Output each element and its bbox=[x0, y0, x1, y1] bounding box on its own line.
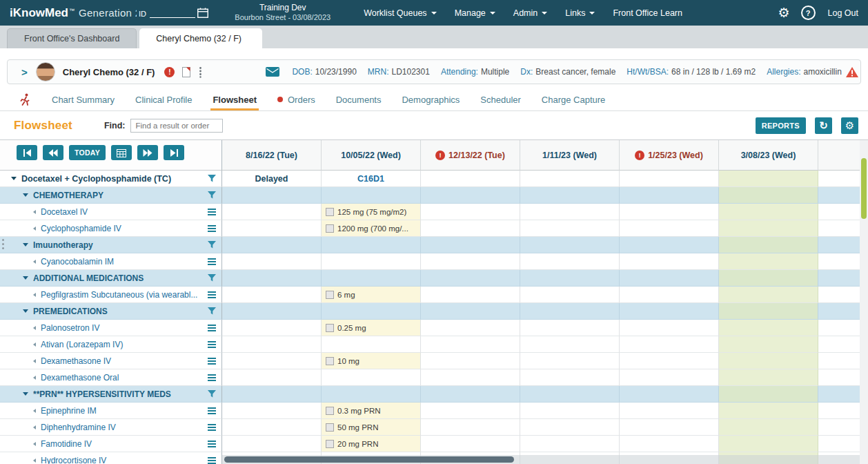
logout-button[interactable]: Log Out bbox=[828, 8, 858, 18]
row-label-cell[interactable]: Dexamethasone IV bbox=[0, 353, 222, 369]
filter-icon[interactable] bbox=[208, 191, 216, 199]
tab-orders[interactable]: Orders bbox=[277, 88, 315, 110]
value-checkbox[interactable] bbox=[326, 440, 334, 448]
flowsheet-settings-button[interactable] bbox=[841, 117, 858, 134]
row-menu-icon[interactable] bbox=[208, 291, 216, 298]
value-checkbox[interactable] bbox=[326, 324, 334, 332]
refresh-button[interactable] bbox=[815, 117, 832, 134]
first-date-button[interactable] bbox=[17, 145, 37, 160]
front-office-learn-link[interactable]: Front Office Learn bbox=[613, 8, 682, 18]
row-menu-icon[interactable] bbox=[208, 358, 216, 365]
menu-worklist-queues[interactable]: Worklist Queues bbox=[364, 8, 436, 18]
collapse-marker-icon[interactable] bbox=[33, 425, 36, 429]
date-column-header[interactable]: 10/05/22 (Wed) bbox=[322, 140, 421, 171]
date-column-header[interactable]: 1/11/23 (Wed) bbox=[520, 140, 620, 171]
row-menu-icon[interactable] bbox=[208, 209, 216, 215]
row-menu-icon[interactable] bbox=[208, 341, 216, 348]
panel-resize-handle[interactable] bbox=[1, 232, 5, 255]
flowsheet-cell[interactable]: 0.25 mg bbox=[322, 320, 421, 336]
row-label-cell[interactable]: Famotidine IV bbox=[0, 436, 222, 452]
flowsheet-cell[interactable]: 10 mg bbox=[322, 353, 421, 369]
collapse-marker-icon[interactable] bbox=[33, 342, 36, 347]
today-button[interactable]: TODAY bbox=[69, 145, 106, 160]
flowsheet-cell[interactable]: Delayed bbox=[222, 171, 322, 187]
tab-chart-summary[interactable]: Chart Summary bbox=[52, 88, 115, 110]
tab-charge-capture[interactable]: Charge Capture bbox=[542, 88, 606, 110]
vertical-scrollbar[interactable] bbox=[860, 140, 868, 464]
tab-documents[interactable]: Documents bbox=[336, 88, 382, 110]
collapse-marker-icon[interactable] bbox=[33, 326, 36, 330]
next-dates-button[interactable] bbox=[137, 145, 158, 160]
row-menu-icon[interactable] bbox=[208, 258, 216, 265]
tab-front-office-dashboard[interactable]: Front Office's Dashboard bbox=[7, 28, 137, 48]
row-menu-icon[interactable] bbox=[208, 374, 216, 381]
collapse-marker-icon[interactable] bbox=[33, 226, 36, 231]
collapse-marker-icon[interactable] bbox=[33, 409, 36, 413]
horizontal-scrollbar[interactable] bbox=[222, 455, 868, 464]
reports-button[interactable]: REPORTS bbox=[756, 117, 806, 134]
tab-scheduler[interactable]: Scheduler bbox=[480, 88, 521, 110]
row-menu-icon[interactable] bbox=[208, 225, 216, 232]
row-label-cell[interactable]: Palonosetron IV bbox=[0, 320, 222, 336]
value-checkbox[interactable] bbox=[326, 423, 334, 432]
tab-clinical-profile[interactable]: Clinical Profile bbox=[135, 88, 192, 110]
help-icon[interactable] bbox=[801, 6, 816, 20]
row-label-cell[interactable]: Cyclophosphamide IV bbox=[0, 220, 222, 237]
tab-demographics[interactable]: Demographics bbox=[402, 88, 460, 110]
row-label-cell[interactable]: Ativan (Lorazepam IV) bbox=[0, 336, 222, 353]
tab-patient-cheryl-chemo[interactable]: Cheryl Chemo (32 / F) bbox=[139, 28, 262, 48]
flowsheet-cell[interactable]: C16D1 bbox=[322, 171, 421, 187]
row-menu-icon[interactable] bbox=[208, 441, 216, 447]
value-checkbox[interactable] bbox=[326, 224, 334, 233]
row-menu-icon[interactable] bbox=[208, 424, 216, 431]
row-label-cell[interactable]: CHEMOTHERAPY bbox=[0, 187, 222, 204]
expand-banner-chevron[interactable] bbox=[21, 66, 28, 78]
horizontal-scrollbar-thumb[interactable] bbox=[224, 456, 514, 463]
expand-arrow-icon[interactable] bbox=[23, 309, 28, 313]
menu-manage[interactable]: Manage bbox=[455, 8, 495, 18]
allergy-warning-icon[interactable] bbox=[846, 67, 858, 77]
flowsheet-cell[interactable]: 0.3 mg PRN bbox=[322, 403, 421, 419]
previous-dates-button[interactable] bbox=[43, 145, 63, 160]
collapse-marker-icon[interactable] bbox=[33, 293, 36, 297]
find-input[interactable] bbox=[130, 119, 223, 133]
collapse-marker-icon[interactable] bbox=[33, 442, 36, 446]
expand-arrow-icon[interactable] bbox=[23, 243, 28, 246]
row-menu-icon[interactable] bbox=[208, 407, 216, 414]
tab-flowsheet[interactable]: Flowsheet bbox=[213, 88, 257, 110]
value-checkbox[interactable] bbox=[326, 407, 334, 415]
patient-alert-icon[interactable] bbox=[164, 67, 175, 77]
row-label-cell[interactable]: Docetaxel IV bbox=[0, 204, 222, 220]
row-label-cell[interactable]: PREMEDICATIONS bbox=[0, 303, 222, 320]
filter-icon[interactable] bbox=[208, 390, 216, 398]
running-person-icon[interactable] bbox=[19, 88, 31, 110]
collapse-marker-icon[interactable] bbox=[33, 210, 36, 214]
date-column-header[interactable]: 3/08/23 (Wed) bbox=[719, 140, 818, 171]
flowsheet-cell[interactable]: 20 mg PRN bbox=[322, 436, 421, 452]
date-column-header[interactable]: 12/13/22 (Tue) bbox=[421, 140, 520, 171]
row-label-cell[interactable]: Dexamethasone Oral bbox=[0, 369, 222, 386]
filter-icon[interactable] bbox=[208, 307, 216, 315]
expand-arrow-icon[interactable] bbox=[23, 193, 28, 197]
last-date-button[interactable] bbox=[164, 145, 184, 160]
row-label-cell[interactable]: Epinephrine IM bbox=[0, 403, 222, 419]
row-label-cell[interactable]: **PRN** HYPERSENSITIVITY MEDS bbox=[0, 386, 222, 403]
row-menu-icon[interactable] bbox=[208, 325, 216, 331]
value-checkbox[interactable] bbox=[326, 291, 334, 299]
row-label-cell[interactable]: Imuunotherapy bbox=[0, 237, 222, 253]
patient-avatar[interactable] bbox=[36, 62, 55, 81]
filter-icon[interactable] bbox=[208, 274, 216, 282]
flowsheet-cell[interactable]: 50 mg PRN bbox=[322, 419, 421, 436]
calendar-picker-button[interactable] bbox=[111, 145, 132, 160]
menu-links[interactable]: Links bbox=[565, 8, 595, 18]
more-options-dots-icon[interactable] bbox=[198, 66, 203, 78]
value-checkbox[interactable] bbox=[326, 357, 334, 365]
collapse-marker-icon[interactable] bbox=[33, 376, 36, 380]
row-menu-icon[interactable] bbox=[208, 457, 216, 464]
id-input[interactable] bbox=[150, 6, 195, 18]
value-checkbox[interactable] bbox=[326, 208, 334, 216]
patient-message-envelope-icon[interactable] bbox=[266, 67, 279, 77]
calendar-icon[interactable] bbox=[197, 8, 208, 18]
row-label-cell[interactable]: Docetaxel + Cyclophosphamide (TC) bbox=[0, 171, 222, 187]
flowsheet-cell[interactable]: 125 mg (75 mg/m2) bbox=[322, 204, 421, 220]
